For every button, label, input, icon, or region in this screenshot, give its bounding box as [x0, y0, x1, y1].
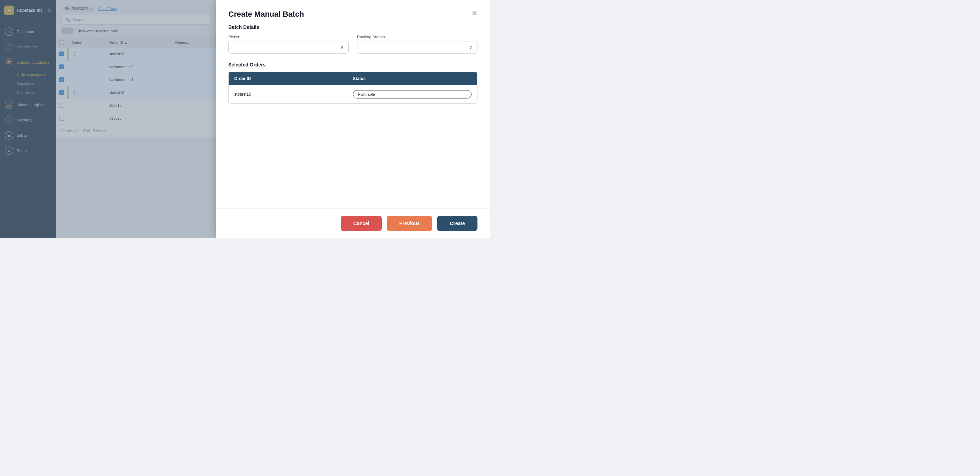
packing-station-label: Packing Station	[357, 35, 477, 39]
overlay-backdrop	[0, 0, 216, 238]
modal-footer: Cancel Previous Create	[216, 209, 490, 238]
previous-button[interactable]: Previous	[387, 216, 432, 231]
picker-label: Picker	[228, 35, 349, 39]
modal-header: Create Manual Batch ✕	[216, 0, 490, 24]
selected-orders-title: Selected Orders	[228, 62, 477, 67]
orders-grid-header: Order ID Status	[229, 72, 477, 85]
packing-station-field: Packing Station ∨	[357, 35, 477, 54]
picker-chevron-down-icon: ∨	[340, 45, 344, 50]
packing-station-select[interactable]: ∨	[357, 41, 477, 54]
picker-field: Picker ∨	[228, 35, 349, 54]
order-id-cell: stotest10	[234, 92, 353, 97]
col-header-status: Status	[353, 76, 472, 81]
selected-orders-grid: Order ID Status stotest10 Fulfillable	[228, 72, 477, 104]
form-row-picker-station: Picker ∨ Packing Station ∨	[228, 35, 477, 54]
status-badge: Fulfillable	[353, 90, 472, 99]
create-button[interactable]: Create	[437, 216, 477, 231]
batch-details-section-title: Batch Details	[228, 24, 477, 30]
close-icon[interactable]: ✕	[472, 10, 477, 17]
table-row: stotest10 Fulfillable	[229, 85, 477, 103]
modal-title: Create Manual Batch	[228, 10, 304, 19]
col-header-order-id: Order ID	[234, 76, 353, 81]
create-manual-batch-modal: Create Manual Batch ✕ Batch Details Pick…	[216, 0, 490, 238]
cancel-button[interactable]: Cancel	[341, 216, 382, 231]
packing-station-chevron-down-icon: ∨	[469, 45, 472, 50]
modal-body: Batch Details Picker ∨ Packing Station ∨…	[216, 24, 490, 209]
picker-select[interactable]: ∨	[228, 41, 349, 54]
